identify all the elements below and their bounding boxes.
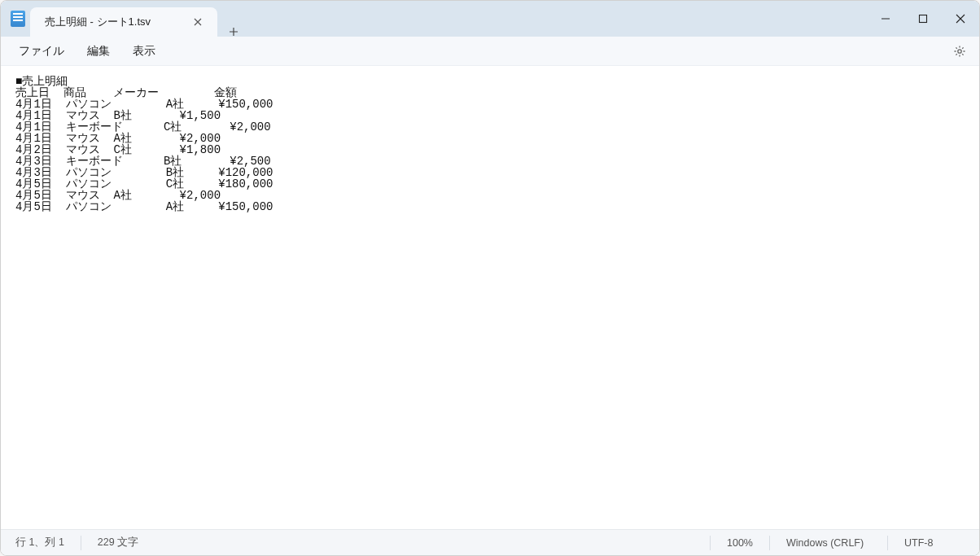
minimize-button[interactable] (867, 1, 904, 37)
app-icon (11, 11, 25, 27)
svg-point-1 (958, 49, 961, 52)
close-window-button[interactable] (942, 1, 979, 37)
status-zoom[interactable]: 100% (720, 537, 759, 549)
status-left: 行 1、列 1 229 文字 (9, 536, 145, 550)
window-controls (867, 1, 979, 37)
status-char-count: 229 文字 (91, 536, 145, 549)
text-editor-content[interactable]: ■売上明細 売上日 商品 メーカー 金額 4月1日 パソコン A社 ¥150,0… (1, 66, 979, 529)
titlebar-drag-region[interactable] (250, 1, 867, 37)
document-tab[interactable]: 売上明細 - シート1.tsv (30, 7, 217, 37)
status-encoding[interactable]: UTF-8 (898, 537, 971, 549)
settings-button[interactable] (947, 40, 973, 63)
new-tab-button[interactable] (217, 27, 250, 37)
status-separator (81, 536, 81, 550)
svg-rect-0 (920, 15, 927, 23)
menubar: ファイル 編集 表示 (1, 37, 979, 66)
tab-strip: 売上明細 - シート1.tsv (30, 1, 250, 37)
menu-edit[interactable]: 編集 (76, 41, 121, 62)
close-tab-button[interactable] (190, 14, 206, 30)
titlebar: 売上明細 - シート1.tsv (1, 1, 979, 37)
maximize-button[interactable] (904, 1, 942, 37)
status-separator (710, 536, 711, 550)
statusbar: 行 1、列 1 229 文字 100% Windows (CRLF) UTF-8 (1, 529, 979, 555)
status-line-ending[interactable]: Windows (CRLF) (780, 537, 877, 549)
app-window: 売上明細 - シート1.tsv ファイル 編集 表示 (0, 0, 980, 556)
status-separator (887, 536, 888, 550)
menu-file[interactable]: ファイル (7, 41, 76, 62)
status-separator (769, 536, 770, 550)
menu-view[interactable]: 表示 (121, 41, 167, 62)
titlebar-left (1, 1, 30, 37)
status-cursor-position[interactable]: 行 1、列 1 (9, 536, 71, 549)
gear-icon (953, 45, 966, 58)
tab-title: 売上明細 - シート1.tsv (45, 15, 190, 29)
status-right: 100% Windows (CRLF) UTF-8 (700, 536, 971, 550)
